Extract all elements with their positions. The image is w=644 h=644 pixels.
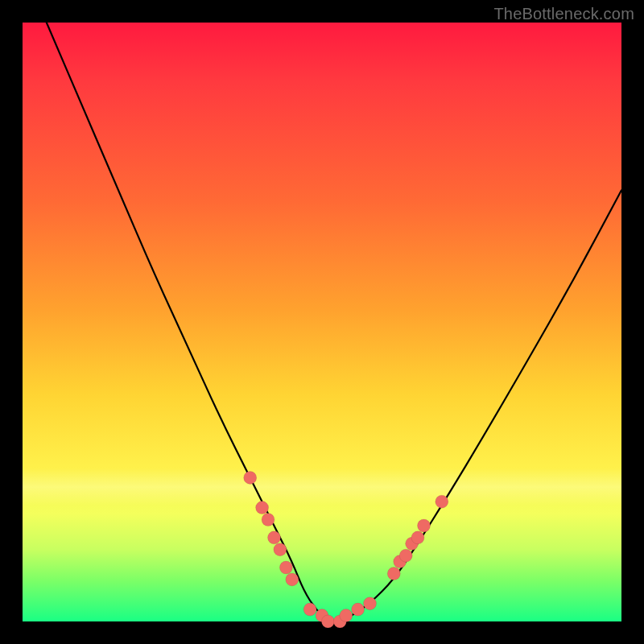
plot-area bbox=[23, 23, 621, 621]
bottleneck-curve bbox=[47, 23, 621, 621]
curve-markers bbox=[244, 471, 448, 628]
curve-marker bbox=[436, 495, 448, 508]
curve-marker bbox=[387, 568, 400, 580]
curve-marker bbox=[321, 615, 334, 628]
curve-marker bbox=[364, 597, 377, 610]
curve-marker bbox=[256, 502, 269, 514]
curve-marker bbox=[352, 603, 365, 616]
curve-marker bbox=[286, 573, 299, 586]
curve-marker bbox=[399, 549, 412, 562]
curve-marker bbox=[411, 531, 424, 544]
curve-marker bbox=[279, 561, 292, 574]
curve-marker bbox=[418, 519, 431, 532]
curve-marker bbox=[303, 603, 316, 616]
curve-marker bbox=[262, 514, 275, 526]
curve-marker bbox=[244, 471, 257, 484]
curve-marker bbox=[274, 543, 287, 556]
curve-marker bbox=[340, 609, 353, 622]
curve-marker bbox=[268, 531, 281, 544]
watermark-text: TheBottleneck.com bbox=[493, 5, 634, 23]
outer-frame: TheBottleneck.com bbox=[0, 0, 644, 644]
chart-svg bbox=[23, 23, 621, 621]
